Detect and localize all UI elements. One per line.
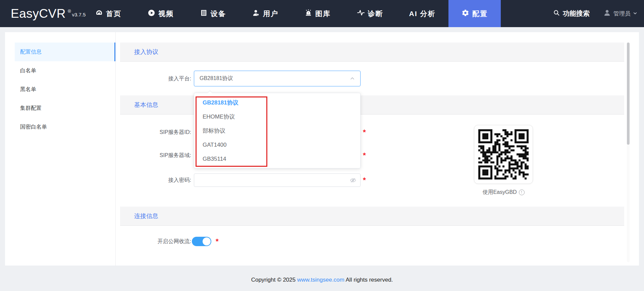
qr-caption-text: 使用EasyGBD — [482, 189, 517, 196]
page-footer: Copyright © 2025 www.tsingsee.com All ri… — [0, 277, 644, 283]
sidebar-item-blacklist[interactable]: 黑名单 — [15, 80, 115, 99]
brand: EasyCVR ® v3.7.5 — [11, 0, 86, 27]
sip-server-id-label: SIP服务器ID: — [120, 125, 191, 139]
required-mark: * — [216, 234, 224, 248]
main-card: 配置信息 白名单 黑名单 集群配置 国密白名单 接入协议 接入平台: GB281… — [5, 32, 639, 266]
nav-item-diagnosis[interactable]: 诊断 — [344, 0, 396, 27]
dropdown-option-gat1400[interactable]: GAT1400 — [194, 138, 360, 152]
feature-search[interactable]: 功能搜索 — [553, 9, 590, 18]
nav-label: 诊断 — [368, 9, 383, 18]
copyright-suffix: All rights reserved. — [346, 277, 393, 283]
settings-sidebar: 配置信息 白名单 黑名单 集群配置 国密白名单 — [5, 32, 116, 266]
gauge-icon — [95, 9, 103, 18]
nav-item-user[interactable]: 用户 — [239, 0, 291, 27]
avatar-icon — [603, 9, 611, 18]
nav-label: 配置 — [472, 9, 488, 18]
search-label: 功能搜索 — [563, 9, 590, 18]
nav-item-ai-analysis[interactable]: AI 分析 — [396, 0, 448, 27]
search-icon — [553, 9, 560, 18]
app-logo: EasyCVR — [11, 7, 66, 21]
platform-label: 接入平台: — [120, 71, 191, 86]
user-menu[interactable]: 管理员 — [603, 9, 637, 18]
access-password-label: 接入密码: — [120, 173, 191, 187]
top-navbar: EasyCVR ® v3.7.5 首页 视频 设备 用户 图库 诊断 A — [0, 0, 644, 27]
alarm-light-icon — [305, 9, 312, 18]
section-access-protocol: 接入协议 — [120, 43, 624, 62]
dropdown-option-ehome[interactable]: EHOME协议 — [194, 110, 360, 124]
device-icon — [200, 9, 208, 18]
nav-item-home[interactable]: 首页 — [82, 0, 135, 27]
required-mark: * — [363, 173, 371, 187]
tsingsee-link[interactable]: www.tsingsee.com — [297, 277, 344, 283]
play-circle-icon — [148, 9, 155, 18]
public-stream-label: 开启公网收流: — [120, 234, 191, 248]
nav-label: 设备 — [211, 9, 226, 18]
nav-item-gallery[interactable]: 图库 — [291, 0, 344, 27]
qr-caption: 使用EasyGBD ! — [466, 189, 541, 196]
nav-item-video[interactable]: 视频 — [135, 0, 187, 27]
registered-mark: ® — [68, 9, 71, 14]
sip-server-domain-label: SIP服务器域: — [120, 148, 191, 162]
info-icon[interactable]: ! — [519, 190, 525, 195]
nav-label: 视频 — [158, 9, 174, 18]
dropdown-notch — [208, 90, 212, 95]
sidebar-item-cluster-config[interactable]: 集群配置 — [15, 99, 115, 118]
platform-select[interactable]: GB28181协议 — [194, 71, 361, 86]
chevron-up-icon — [350, 76, 355, 81]
platform-selected-value: GB28181协议 — [200, 75, 233, 82]
scrollbar-thumb[interactable] — [627, 43, 630, 145]
dropdown-option-bubiao[interactable]: 部标协议 — [194, 124, 360, 138]
user-icon — [252, 9, 260, 18]
platform-dropdown: GB28181协议 EHOME协议 部标协议 GAT1400 GB35114 — [194, 93, 361, 168]
access-password-input[interactable] — [194, 173, 361, 187]
required-mark: * — [363, 125, 371, 139]
easygbd-qr-card — [474, 125, 533, 184]
nav-label: AI 分析 — [409, 9, 436, 18]
main-nav: 首页 视频 设备 用户 图库 诊断 AI 分析 配置 — [82, 0, 501, 27]
required-mark: * — [363, 148, 371, 162]
public-stream-toggle[interactable] — [192, 237, 211, 246]
nav-item-device[interactable]: 设备 — [187, 0, 239, 27]
dropdown-option-gb28181[interactable]: GB28181协议 — [194, 96, 360, 110]
sidebar-item-config-info[interactable]: 配置信息 — [15, 43, 115, 61]
section-connection-info: 连接信息 — [120, 207, 624, 226]
toggle-knob — [203, 237, 211, 245]
dropdown-option-gb35114[interactable]: GB35114 — [194, 152, 360, 166]
copyright-prefix: Copyright © 2025 — [251, 277, 296, 283]
qr-code — [478, 129, 529, 179]
navbar-right: 功能搜索 管理员 — [553, 0, 637, 27]
nav-label: 首页 — [106, 9, 121, 18]
config-content: 接入协议 接入平台: GB28181协议 基本信息 SIP服务器ID: * SI… — [120, 32, 624, 266]
gear-icon — [462, 9, 469, 18]
nav-label: 用户 — [263, 9, 278, 18]
chevron-down-icon — [633, 10, 637, 17]
sidebar-item-whitelist[interactable]: 白名单 — [15, 61, 115, 80]
sidebar-item-gm-whitelist[interactable]: 国密白名单 — [15, 118, 115, 136]
nav-item-config[interactable]: 配置 — [448, 0, 501, 27]
pulse-icon — [357, 9, 365, 18]
nav-label: 图库 — [315, 9, 331, 18]
user-name: 管理员 — [613, 10, 631, 17]
eye-off-icon[interactable] — [350, 177, 356, 184]
